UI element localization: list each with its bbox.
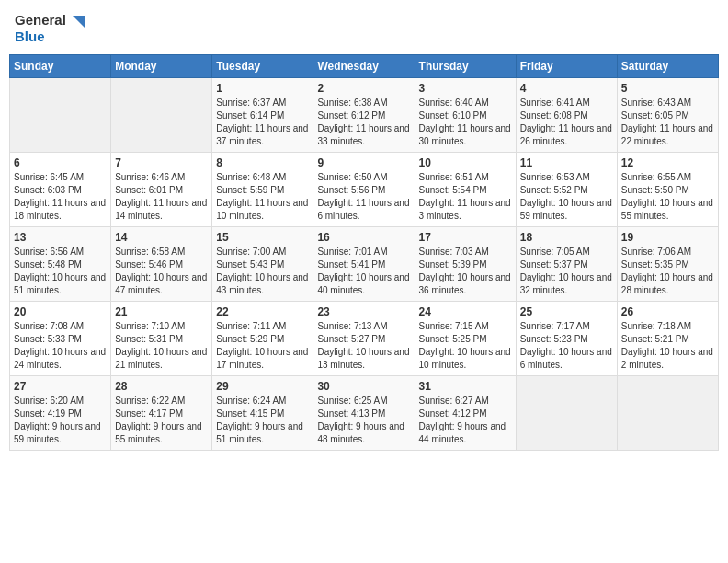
day-number: 19: [621, 231, 714, 244]
daylight-hours: Daylight: 9 hours and 59 minutes.: [14, 421, 101, 444]
day-number: 13: [14, 231, 107, 244]
day-info: Sunrise: 7:08 AM Sunset: 5:33 PM Dayligh…: [14, 320, 107, 372]
calendar-day-cell: [617, 375, 718, 450]
svg-marker-0: [73, 16, 85, 28]
day-info: Sunrise: 7:00 AM Sunset: 5:43 PM Dayligh…: [216, 246, 309, 297]
calendar-day-cell: 7 Sunrise: 6:46 AM Sunset: 6:01 PM Dayli…: [111, 152, 212, 226]
day-number: 15: [216, 231, 309, 244]
calendar-day-cell: 23 Sunrise: 7:13 AM Sunset: 5:27 PM Dayl…: [313, 301, 415, 375]
day-number: 27: [14, 380, 107, 393]
daylight-hours: Daylight: 9 hours and 51 minutes.: [216, 421, 303, 444]
calendar-day-cell: 16 Sunrise: 7:01 AM Sunset: 5:41 PM Dayl…: [313, 226, 415, 301]
daylight-hours: Daylight: 11 hours and 18 minutes.: [14, 198, 106, 221]
day-info: Sunrise: 6:25 AM Sunset: 4:13 PM Dayligh…: [317, 395, 410, 446]
calendar-day-cell: 9 Sunrise: 6:50 AM Sunset: 5:56 PM Dayli…: [313, 152, 415, 226]
sunset-time: Sunset: 5:41 PM: [317, 259, 385, 270]
daylight-hours: Daylight: 11 hours and 6 minutes.: [317, 198, 409, 221]
sunrise-time: Sunrise: 6:43 AM: [621, 98, 691, 108]
daylight-hours: Daylight: 10 hours and 55 minutes.: [621, 198, 713, 221]
sunrise-time: Sunrise: 6:55 AM: [621, 172, 691, 182]
day-number: 2: [317, 82, 410, 95]
calendar-day-cell: 31 Sunrise: 6:27 AM Sunset: 4:12 PM Dayl…: [415, 375, 516, 450]
day-info: Sunrise: 6:43 AM Sunset: 6:05 PM Dayligh…: [621, 97, 714, 148]
sunset-time: Sunset: 5:29 PM: [216, 334, 284, 344]
day-number: 4: [520, 82, 613, 95]
calendar-day-cell: 28 Sunrise: 6:22 AM Sunset: 4:17 PM Dayl…: [111, 375, 212, 450]
daylight-hours: Daylight: 9 hours and 55 minutes.: [115, 421, 202, 444]
daylight-hours: Daylight: 10 hours and 51 minutes.: [14, 272, 106, 295]
sunset-time: Sunset: 5:37 PM: [520, 259, 588, 270]
sunrise-time: Sunrise: 6:38 AM: [317, 98, 387, 108]
day-info: Sunrise: 7:03 AM Sunset: 5:39 PM Dayligh…: [419, 246, 512, 297]
sunrise-time: Sunrise: 7:10 AM: [115, 321, 185, 331]
sunset-time: Sunset: 5:46 PM: [115, 259, 183, 270]
calendar-day-cell: 5 Sunrise: 6:43 AM Sunset: 6:05 PM Dayli…: [617, 77, 718, 152]
sunset-time: Sunset: 5:56 PM: [317, 185, 385, 195]
daylight-hours: Daylight: 10 hours and 28 minutes.: [621, 272, 713, 295]
sunset-time: Sunset: 5:23 PM: [520, 334, 588, 344]
daylight-hours: Daylight: 11 hours and 26 minutes.: [520, 123, 612, 146]
sunrise-time: Sunrise: 7:15 AM: [419, 321, 489, 331]
day-number: 14: [115, 231, 208, 244]
sunrise-time: Sunrise: 7:00 AM: [216, 247, 286, 257]
logo: General Blue: [15, 13, 85, 45]
day-number: 26: [621, 305, 714, 318]
calendar-day-cell: 29 Sunrise: 6:24 AM Sunset: 4:15 PM Dayl…: [212, 375, 313, 450]
day-number: 11: [520, 156, 613, 169]
daylight-hours: Daylight: 11 hours and 10 minutes.: [216, 198, 308, 221]
day-number: 23: [317, 305, 410, 318]
sunset-time: Sunset: 5:21 PM: [621, 334, 689, 344]
sunset-time: Sunset: 6:08 PM: [520, 110, 588, 121]
sunset-time: Sunset: 5:54 PM: [419, 185, 487, 195]
calendar-day-cell: 26 Sunrise: 7:18 AM Sunset: 5:21 PM Dayl…: [617, 301, 718, 375]
sunrise-time: Sunrise: 6:41 AM: [520, 98, 590, 108]
sunrise-time: Sunrise: 6:46 AM: [115, 172, 185, 182]
day-number: 10: [419, 156, 512, 169]
sunrise-time: Sunrise: 6:50 AM: [317, 172, 387, 182]
sunrise-time: Sunrise: 6:53 AM: [520, 172, 590, 182]
day-info: Sunrise: 7:17 AM Sunset: 5:23 PM Dayligh…: [520, 320, 613, 372]
sunrise-time: Sunrise: 6:24 AM: [216, 396, 286, 406]
calendar-day-cell: 2 Sunrise: 6:38 AM Sunset: 6:12 PM Dayli…: [313, 77, 415, 152]
sunset-time: Sunset: 5:33 PM: [14, 334, 82, 344]
daylight-hours: Daylight: 10 hours and 59 minutes.: [520, 198, 612, 221]
daylight-hours: Daylight: 9 hours and 44 minutes.: [419, 421, 506, 444]
sunset-time: Sunset: 5:35 PM: [621, 259, 689, 270]
sunrise-time: Sunrise: 6:25 AM: [317, 396, 387, 406]
sunrise-time: Sunrise: 7:06 AM: [621, 247, 691, 257]
sunset-time: Sunset: 5:27 PM: [317, 334, 385, 344]
day-number: 6: [14, 156, 107, 169]
day-number: 29: [216, 380, 309, 393]
sunset-time: Sunset: 5:39 PM: [419, 259, 487, 270]
day-number: 12: [621, 156, 714, 169]
day-number: 30: [317, 380, 410, 393]
day-info: Sunrise: 6:58 AM Sunset: 5:46 PM Dayligh…: [115, 246, 208, 297]
day-info: Sunrise: 7:05 AM Sunset: 5:37 PM Dayligh…: [520, 246, 613, 297]
daylight-hours: Daylight: 10 hours and 40 minutes.: [317, 272, 409, 295]
calendar-day-cell: 17 Sunrise: 7:03 AM Sunset: 5:39 PM Dayl…: [415, 226, 516, 301]
day-number: 21: [115, 305, 208, 318]
day-info: Sunrise: 6:51 AM Sunset: 5:54 PM Dayligh…: [419, 171, 512, 223]
weekday-saturday: Saturday: [617, 54, 718, 77]
calendar-week-row: 1 Sunrise: 6:37 AM Sunset: 6:14 PM Dayli…: [10, 77, 719, 152]
page-header: General Blue: [9, 9, 719, 49]
day-info: Sunrise: 6:24 AM Sunset: 4:15 PM Dayligh…: [216, 395, 309, 446]
logo-general-text: General: [15, 12, 66, 28]
day-number: 9: [317, 156, 410, 169]
day-info: Sunrise: 7:10 AM Sunset: 5:31 PM Dayligh…: [115, 320, 208, 372]
day-info: Sunrise: 7:18 AM Sunset: 5:21 PM Dayligh…: [621, 320, 714, 372]
calendar-week-row: 27 Sunrise: 6:20 AM Sunset: 4:19 PM Dayl…: [10, 375, 719, 450]
day-info: Sunrise: 7:01 AM Sunset: 5:41 PM Dayligh…: [317, 246, 410, 297]
daylight-hours: Daylight: 10 hours and 47 minutes.: [115, 272, 207, 295]
calendar-week-row: 20 Sunrise: 7:08 AM Sunset: 5:33 PM Dayl…: [10, 301, 719, 375]
calendar-day-cell: 30 Sunrise: 6:25 AM Sunset: 4:13 PM Dayl…: [313, 375, 415, 450]
logo-blue-text: Blue: [15, 29, 85, 45]
day-info: Sunrise: 6:22 AM Sunset: 4:17 PM Dayligh…: [115, 395, 208, 446]
sunset-time: Sunset: 5:48 PM: [14, 259, 82, 270]
sunset-time: Sunset: 6:12 PM: [317, 110, 385, 121]
daylight-hours: Daylight: 11 hours and 3 minutes.: [419, 198, 511, 221]
day-number: 22: [216, 305, 309, 318]
sunrise-time: Sunrise: 7:18 AM: [621, 321, 691, 331]
day-info: Sunrise: 6:46 AM Sunset: 6:01 PM Dayligh…: [115, 171, 208, 223]
sunset-time: Sunset: 5:52 PM: [520, 185, 588, 195]
